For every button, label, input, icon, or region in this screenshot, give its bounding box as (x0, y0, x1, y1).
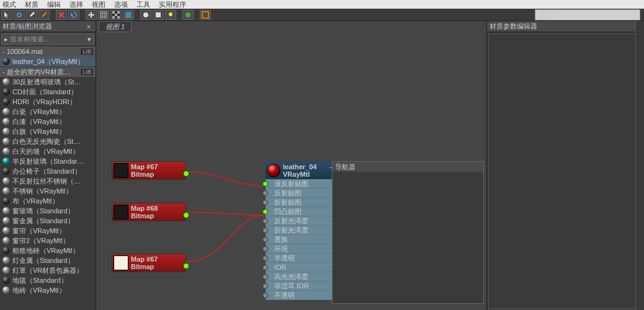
material-item[interactable]: 窗玻璃（Standard） (0, 206, 96, 216)
material-item[interactable]: 办公椅子（Standard） (0, 166, 96, 176)
menu-item[interactable]: 工具 (136, 0, 150, 9)
material-item[interactable]: 地砖（VRayMtl） (0, 285, 96, 295)
menu-item[interactable]: 选择 (69, 0, 83, 9)
material-item[interactable]: CD封面（Standard） (0, 87, 96, 97)
tool-full[interactable] (200, 10, 211, 20)
tool-render[interactable] (182, 10, 194, 20)
menu-item[interactable]: 模式 (2, 0, 16, 9)
material-label: 不反射拉丝不锈钢（… (12, 177, 81, 186)
tool-cube[interactable] (153, 10, 164, 20)
menu-item[interactable]: 实用程序 (159, 0, 186, 9)
material-item[interactable]: 灯罩（VR材质包裹器） (0, 265, 96, 275)
material-item[interactable]: 白天的墙（VRayMtl） (0, 146, 96, 156)
material-item[interactable]: 不反射拉丝不锈钢（… (0, 176, 96, 186)
material-slot[interactable]: 菲涅耳 IOR (266, 281, 336, 291)
viewport-dropdown[interactable]: 视图 1▾ (535, 9, 640, 20)
material-slot[interactable]: 半透明 (266, 254, 336, 263)
material-slot[interactable]: 环境 (266, 244, 336, 254)
input-pin[interactable] (262, 283, 268, 289)
chevron-down-icon[interactable]: ▾ (87, 35, 91, 43)
input-pin[interactable] (262, 218, 268, 224)
search-input[interactable]: ▸ 按名称搜索… ▾ (1, 33, 94, 45)
material-label: 地砖（VRayMtl） (12, 286, 66, 295)
input-pin[interactable] (262, 209, 268, 215)
tool-delete[interactable] (56, 10, 67, 20)
material-slot[interactable]: 置换 (266, 235, 336, 244)
material-item[interactable]: 不锈钢（VRayMtl） (0, 186, 96, 196)
tool-sphere[interactable] (140, 10, 151, 20)
bitmap-node[interactable]: Map #68Bitmap (112, 203, 186, 221)
material-item[interactable]: 粗糙地砖（VRayMtl） (0, 246, 96, 255)
material-item[interactable]: 窗金属（Standard） (0, 216, 96, 226)
material-slot[interactable]: IOR (266, 263, 336, 272)
slot-label: 不透明 (274, 291, 295, 300)
tool-grid[interactable] (98, 10, 109, 20)
menu-item[interactable]: 编辑 (47, 0, 61, 9)
close-icon[interactable]: × (84, 23, 93, 30)
material-item[interactable]: 30反射透明玻璃（St… (0, 77, 96, 87)
material-item[interactable]: 白色无反光陶瓷（St… (0, 136, 96, 146)
input-pin[interactable] (262, 200, 268, 205)
material-slot[interactable]: 漫反射贴图 (266, 179, 336, 188)
group-header[interactable]: - 100064.matLIB (0, 46, 96, 56)
tool-layout[interactable] (123, 10, 134, 20)
material-item[interactable]: 白漆（VRayMtl） (0, 117, 96, 126)
input-pin[interactable] (262, 237, 268, 242)
tool-checker[interactable] (110, 10, 122, 20)
input-pin[interactable] (262, 255, 268, 261)
material-item[interactable]: leather_04（VRayMtl） (0, 56, 96, 66)
node-header[interactable]: Map #67Bitmap (112, 254, 186, 272)
menu-item[interactable]: 选项 (114, 0, 128, 9)
material-item[interactable]: 白旗（VRayMtl） (0, 126, 96, 136)
material-node[interactable]: leather_04VRayMtl – 漫反射贴图反射贴图折射贴图凹凸贴图反射光… (265, 161, 336, 301)
input-pin[interactable] (262, 190, 268, 196)
material-slot[interactable]: 折射光泽度 (266, 226, 336, 235)
material-slot[interactable]: 高光光泽度 (266, 272, 336, 281)
group-header[interactable]: - 超全的室内VR材质…LIB (0, 67, 96, 77)
material-slot[interactable]: 反射贴图 (266, 188, 336, 198)
bitmap-node[interactable]: Map #67Bitmap (112, 161, 186, 180)
material-item[interactable]: 半反射玻璃（Standar… (0, 156, 96, 166)
node-header[interactable]: Map #67Bitmap (112, 162, 186, 179)
node-thumbnail (114, 163, 128, 178)
tool-pick[interactable] (14, 10, 25, 20)
input-pin[interactable] (262, 265, 268, 270)
menu-item[interactable]: 材质 (25, 0, 38, 9)
input-pin[interactable] (262, 228, 268, 233)
node-editor-viewport[interactable]: 视图 1 Map #67BitmapMap #68BitmapMap #67Bi… (96, 21, 486, 310)
input-pin[interactable] (262, 181, 268, 187)
material-slot[interactable]: 不透明 (266, 291, 336, 300)
material-preview-icon (2, 187, 10, 195)
material-item[interactable]: 灯金属（Standard） (0, 255, 96, 265)
input-pin[interactable] (262, 246, 268, 252)
input-pin[interactable] (262, 293, 268, 298)
tool-pointer[interactable] (1, 10, 12, 20)
node-header[interactable]: Map #68Bitmap (112, 203, 186, 221)
material-item[interactable]: 地毯（Standard） (0, 275, 96, 285)
svg-rect-4 (117, 11, 120, 14)
material-slot[interactable]: 凹凸贴图 (266, 207, 336, 216)
output-pin[interactable] (183, 170, 189, 177)
material-item[interactable]: 窗帘2（VRayMtl） (0, 236, 96, 246)
output-pin[interactable] (183, 263, 189, 269)
material-preview-icon (2, 78, 10, 86)
tool-brush[interactable] (38, 10, 50, 20)
scrollbar-vertical[interactable] (635, 21, 644, 310)
bitmap-node[interactable]: Map #67Bitmap (112, 254, 186, 272)
output-pin[interactable] (183, 212, 189, 218)
tool-restore[interactable] (68, 10, 79, 20)
input-pin[interactable] (262, 274, 268, 280)
material-node-header[interactable]: leather_04VRayMtl – (266, 162, 336, 179)
menu-item[interactable]: 视图 (92, 0, 105, 9)
tool-dropper[interactable] (26, 10, 37, 20)
material-item[interactable]: 白瓷（VRayMtl） (0, 107, 96, 117)
viewport-tab[interactable]: 视图 1 (99, 21, 132, 32)
tool-light[interactable] (165, 10, 176, 20)
material-item[interactable]: 窗帘（VRayMtl） (0, 226, 96, 236)
material-item[interactable]: 布（VRayMtl） (0, 196, 96, 206)
material-slot[interactable]: 折射贴图 (266, 198, 336, 207)
material-slot[interactable]: 反射光泽度 (266, 216, 336, 226)
navigator-panel[interactable]: 导航器 (332, 161, 484, 304)
tool-move[interactable] (86, 10, 97, 20)
material-item[interactable]: HDRI（VRayHDRI） (0, 97, 96, 107)
